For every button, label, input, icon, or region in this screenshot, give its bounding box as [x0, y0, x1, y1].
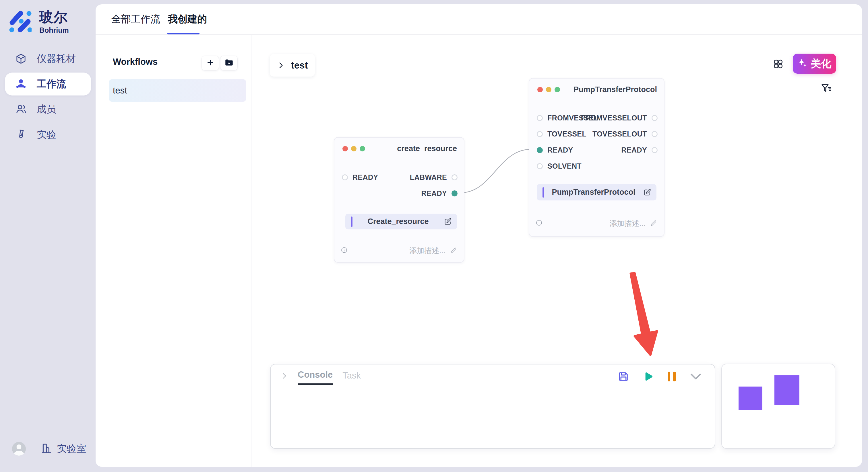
sidebar-item-label: 仪器耗材 [37, 52, 76, 65]
node-header: create_resource [334, 138, 464, 160]
node-footer: 添加描述... [334, 239, 464, 262]
sidebar-item-experiments[interactable]: 实验 [5, 123, 91, 146]
port-circle[interactable] [452, 174, 458, 180]
node-function-pill[interactable]: PumpTransferProtocol [537, 184, 656, 200]
dot-green [555, 87, 560, 92]
breadcrumb[interactable]: test [270, 54, 315, 76]
test-tube-icon [15, 129, 27, 140]
port-solvent[interactable]: SOLVENT [537, 161, 582, 171]
building-icon [41, 442, 52, 455]
edit-icon[interactable] [643, 189, 651, 196]
port-circle-connected[interactable] [452, 191, 458, 196]
brand-name: 玻尔 [39, 10, 69, 24]
breadcrumb-label: test [291, 60, 308, 71]
annotation-arrow [631, 273, 657, 355]
avatar[interactable] [12, 442, 26, 456]
console-tab[interactable]: Console [298, 370, 333, 385]
port-circle[interactable] [652, 131, 658, 137]
sidebar-item-label: 工作流 [37, 77, 66, 91]
app-root: 玻尔 Bohrium 仪器耗材 工作流 [0, 0, 868, 472]
sidebar-item-workflow[interactable]: 工作流 [5, 72, 91, 96]
port-circle[interactable] [342, 174, 348, 180]
description-placeholder[interactable]: 添加描述... [409, 246, 445, 256]
workflow-list-item-test[interactable]: test [109, 79, 246, 102]
console-actions [617, 370, 702, 383]
workflows-panel-title: Workflows [113, 57, 158, 67]
pause-icon [668, 372, 676, 381]
active-tab-underline [167, 33, 199, 34]
console-header: Console Task [281, 370, 361, 385]
port-tovessel[interactable]: TOVESSEL [537, 129, 586, 139]
port-circle[interactable] [652, 147, 658, 153]
port-fromvesselout[interactable]: FROMVESSELOUT [581, 113, 658, 123]
chevron-right-icon [277, 61, 285, 70]
panel-divider [251, 35, 251, 467]
sidebar-item-label: 成员 [37, 103, 56, 116]
dot-yellow [546, 87, 551, 92]
info-icon[interactable] [341, 247, 348, 255]
port-circle[interactable] [537, 131, 543, 137]
port-ready-out[interactable]: READY [421, 188, 458, 198]
edit-icon[interactable] [444, 217, 452, 226]
workflow-item-label: test [113, 86, 127, 96]
import-workflow-button[interactable] [220, 56, 238, 71]
info-icon[interactable] [536, 220, 542, 227]
tab-my-created[interactable]: 我创建的 [168, 4, 207, 34]
sidebar: 玻尔 Bohrium 仪器耗材 工作流 [0, 0, 96, 472]
save-button[interactable] [617, 370, 630, 383]
dot-yellow [351, 146, 356, 151]
pencil-icon[interactable] [650, 219, 658, 228]
port-labware-out[interactable]: LABWARE [410, 172, 458, 182]
port-circle[interactable] [537, 163, 543, 169]
add-workflow-button[interactable] [202, 56, 219, 71]
port-ready-in[interactable]: READY [537, 145, 573, 155]
node-header: PumpTransferProtocol [529, 78, 664, 101]
run-button[interactable] [641, 370, 654, 383]
node-function-pill[interactable]: Create_resource [345, 214, 457, 229]
lab-label: 实验室 [57, 442, 86, 456]
box-icon [15, 53, 27, 65]
lab-switcher[interactable]: 实验室 [41, 442, 86, 456]
members-icon [15, 103, 27, 115]
collapse-chevron-icon[interactable] [281, 372, 288, 383]
tab-bar: 全部工作流 我创建的 [96, 4, 862, 35]
sparkles-icon [798, 58, 807, 69]
dot-red [342, 146, 348, 151]
port-circle-connected[interactable] [537, 147, 543, 153]
description-placeholder[interactable]: 添加描述... [609, 218, 646, 229]
node-pump-transfer-protocol[interactable]: PumpTransferProtocol FROMVESSEL FROMVESS… [529, 78, 664, 237]
node-title: create_resource [397, 144, 457, 153]
port-tovesselout[interactable]: TOVESSELOUT [592, 129, 658, 139]
bohrium-logo-icon [9, 10, 32, 34]
beautify-button[interactable]: 美化 [793, 54, 836, 74]
beautify-label: 美化 [811, 57, 832, 71]
plus-icon [206, 58, 215, 68]
port-circle[interactable] [652, 115, 658, 121]
tab-all-workflows[interactable]: 全部工作流 [112, 4, 160, 34]
pause-button[interactable] [665, 370, 678, 383]
dot-green [360, 146, 365, 151]
node-title: PumpTransferProtocol [574, 85, 657, 94]
port-circle[interactable] [537, 115, 543, 121]
sidebar-item-label: 实验 [37, 128, 56, 141]
filter-icon[interactable] [820, 82, 832, 94]
sidebar-item-consumables[interactable]: 仪器耗材 [5, 47, 91, 70]
components-grid-icon[interactable] [772, 58, 784, 70]
task-tab[interactable]: Task [342, 370, 361, 384]
minimap[interactable] [721, 364, 835, 449]
pencil-icon[interactable] [450, 246, 458, 255]
minimap-node-block [774, 375, 799, 405]
node-footer: 添加描述... [529, 210, 664, 236]
port-ready-in[interactable]: READY [342, 172, 378, 182]
brand-logo: 玻尔 Bohrium [9, 10, 69, 34]
traffic-dots [537, 87, 560, 92]
sidebar-item-members[interactable]: 成员 [5, 98, 91, 121]
node-create-resource[interactable]: create_resource READY LABWARE READY Crea… [334, 137, 464, 263]
main-content: 全部工作流 我创建的 Workflows test [96, 4, 862, 467]
port-ready-out[interactable]: READY [621, 145, 658, 155]
collapse-panel-button[interactable] [689, 370, 702, 383]
minimap-node-block [739, 386, 763, 410]
node-connection-edge [462, 149, 529, 193]
folder-download-icon [225, 58, 234, 68]
workflow-user-icon [15, 78, 27, 90]
